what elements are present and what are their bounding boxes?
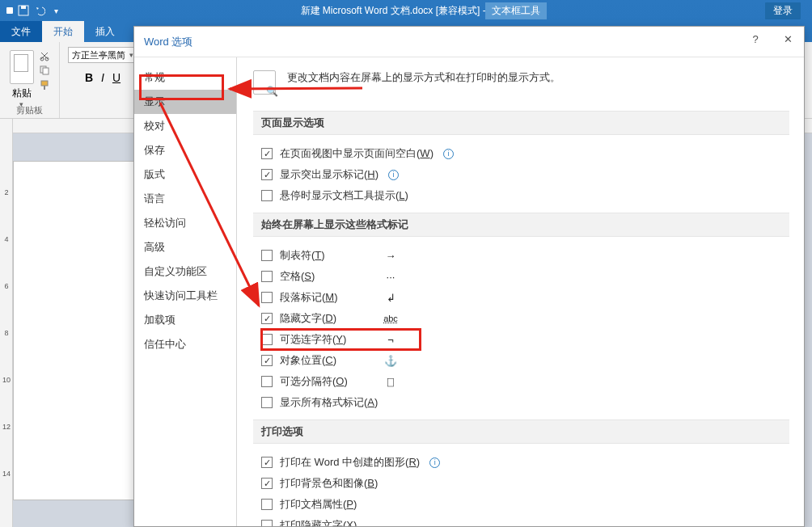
option-label: 对象位置(C) xyxy=(280,353,336,368)
option-row[interactable]: 悬停时显示文档工具提示(L) xyxy=(253,185,789,206)
ribbon-group-clipboard: 粘贴 ▾ 剪贴板 xyxy=(0,42,60,118)
dialog-title: Word 选项 xyxy=(134,27,804,57)
option-label: 打印隐藏文字(X) xyxy=(280,518,357,526)
options-nav-item[interactable]: 高级 xyxy=(134,235,236,259)
format-painter-icon[interactable] xyxy=(39,79,50,91)
contextual-tab-label[interactable]: 文本框工具 xyxy=(485,2,547,19)
option-row[interactable]: 打印在 Word 中创建的图形(R)i xyxy=(253,452,789,473)
tab-home[interactable]: 开始 xyxy=(42,21,84,42)
checkbox[interactable] xyxy=(261,271,273,282)
option-row[interactable]: 显示所有格式标记(A) xyxy=(253,392,789,413)
options-nav-item[interactable]: 校对 xyxy=(134,114,236,138)
options-nav-item[interactable]: 自定义功能区 xyxy=(134,259,236,284)
format-mark-symbol: abc xyxy=(383,314,399,323)
close-button[interactable]: ✕ xyxy=(772,27,804,51)
checkbox[interactable] xyxy=(261,478,273,489)
checkbox[interactable] xyxy=(261,457,273,468)
checkbox[interactable] xyxy=(261,397,273,408)
option-row[interactable]: 显示突出显示标记(H)i xyxy=(253,164,789,185)
checkbox[interactable] xyxy=(261,313,273,324)
italic-button[interactable]: I xyxy=(101,71,104,84)
checkbox[interactable] xyxy=(261,169,273,180)
svg-rect-1 xyxy=(21,6,26,9)
section-header-print: 打印选项 xyxy=(253,419,789,444)
options-nav-item[interactable]: 版式 xyxy=(134,162,236,187)
display-section-icon xyxy=(253,70,276,95)
checkbox[interactable] xyxy=(261,355,273,366)
info-icon[interactable]: i xyxy=(429,457,440,468)
paste-button[interactable]: 粘贴 ▾ xyxy=(10,45,34,108)
option-label: 可选连字符(Y) xyxy=(280,332,346,347)
options-nav: 常规显示校对保存版式语言轻松访问高级自定义功能区快速访问工具栏加载项信任中心 xyxy=(134,57,237,526)
option-label: 在页面视图中显示页面间空白(W) xyxy=(280,146,433,161)
options-content: 更改文档内容在屏幕上的显示方式和在打印时的显示方式。 页面显示选项 在页面视图中… xyxy=(237,57,804,526)
options-nav-item[interactable]: 保存 xyxy=(134,138,236,162)
word-options-dialog: Word 选项 ? ✕ 常规显示校对保存版式语言轻松访问高级自定义功能区快速访问… xyxy=(133,26,805,527)
copy-icon[interactable] xyxy=(39,65,50,76)
option-label: 显示所有格式标记(A) xyxy=(280,395,378,410)
option-label: 显示突出显示标记(H) xyxy=(280,167,379,182)
save-icon[interactable] xyxy=(18,5,29,16)
checkbox[interactable] xyxy=(261,250,273,261)
login-button[interactable]: 登录 xyxy=(765,2,801,19)
format-mark-symbol: ⎕ xyxy=(383,376,399,388)
option-label: 空格(S) xyxy=(280,269,315,284)
option-label: 打印背景色和图像(B) xyxy=(280,476,378,491)
cut-icon[interactable] xyxy=(39,50,50,61)
app-icon xyxy=(6,7,13,14)
checkbox[interactable] xyxy=(261,334,273,345)
format-mark-symbol: → xyxy=(383,250,399,262)
undo-icon[interactable] xyxy=(34,5,45,16)
checkbox[interactable] xyxy=(261,499,273,510)
option-row[interactable]: 打印文档属性(P) xyxy=(253,494,789,515)
format-mark-symbol: ¬ xyxy=(383,334,399,346)
option-row[interactable]: 打印背景色和图像(B) xyxy=(253,473,789,494)
option-row[interactable]: 可选分隔符(O)⎕ xyxy=(253,371,789,392)
option-row[interactable]: 对象位置(C)⚓ xyxy=(253,350,789,371)
option-label: 打印在 Word 中创建的图形(R) xyxy=(280,455,420,470)
format-mark-symbol: ··· xyxy=(383,271,399,283)
checkbox[interactable] xyxy=(261,292,273,303)
info-icon[interactable]: i xyxy=(443,149,454,159)
font-name-value: 方正兰亭黑简 xyxy=(72,49,125,61)
option-label: 可选分隔符(O) xyxy=(280,374,348,389)
format-mark-symbol: ↲ xyxy=(383,292,399,304)
qat-dropdown-icon[interactable]: ▾ xyxy=(50,5,61,16)
checkbox[interactable] xyxy=(261,376,273,387)
underline-button[interactable]: U xyxy=(112,71,121,84)
info-icon[interactable]: i xyxy=(388,170,399,180)
option-row[interactable]: 段落标记(M)↲ xyxy=(253,287,789,308)
help-button[interactable]: ? xyxy=(739,27,772,51)
option-row[interactable]: 在页面视图中显示页面间空白(W)i xyxy=(253,143,789,164)
tab-insert[interactable]: 插入 xyxy=(84,21,126,42)
option-label: 段落标记(M) xyxy=(280,290,338,305)
options-nav-item[interactable]: 信任中心 xyxy=(134,332,236,356)
checkbox[interactable] xyxy=(261,148,273,159)
option-label: 悬停时显示文档工具提示(L) xyxy=(280,188,408,203)
options-nav-item[interactable]: 加载项 xyxy=(134,308,236,332)
option-label: 打印文档属性(P) xyxy=(280,497,357,512)
option-row[interactable]: 打印隐藏文字(X) xyxy=(253,515,789,526)
svg-rect-5 xyxy=(43,68,49,74)
svg-rect-7 xyxy=(44,86,45,90)
option-row[interactable]: 可选连字符(Y)¬ xyxy=(253,329,789,350)
option-row[interactable]: 空格(S)··· xyxy=(253,266,789,287)
options-nav-item[interactable]: 常规 xyxy=(134,65,236,90)
option-label: 制表符(T) xyxy=(280,248,325,263)
window-titlebar: ▾ 新建 Microsoft Word 文档.docx [兼容模式] - Wor… xyxy=(0,0,812,21)
section-header-format-marks: 始终在屏幕上显示这些格式标记 xyxy=(253,213,789,237)
svg-rect-6 xyxy=(41,81,48,86)
font-name-selector[interactable]: 方正兰亭黑简 ▾ xyxy=(68,47,137,63)
bold-button[interactable]: B xyxy=(85,71,93,84)
checkbox[interactable] xyxy=(261,190,273,201)
clipboard-icon xyxy=(10,50,34,84)
options-nav-item[interactable]: 语言 xyxy=(134,187,236,211)
options-nav-item[interactable]: 显示 xyxy=(134,90,236,114)
tab-file[interactable]: 文件 xyxy=(0,21,42,42)
options-nav-item[interactable]: 轻松访问 xyxy=(134,211,236,235)
option-row[interactable]: 隐藏文字(D)abc xyxy=(253,308,789,329)
options-nav-item[interactable]: 快速访问工具栏 xyxy=(134,284,236,308)
option-row[interactable]: 制表符(T)→ xyxy=(253,245,789,266)
checkbox[interactable] xyxy=(261,520,273,526)
paste-label: 粘贴 xyxy=(10,86,34,100)
